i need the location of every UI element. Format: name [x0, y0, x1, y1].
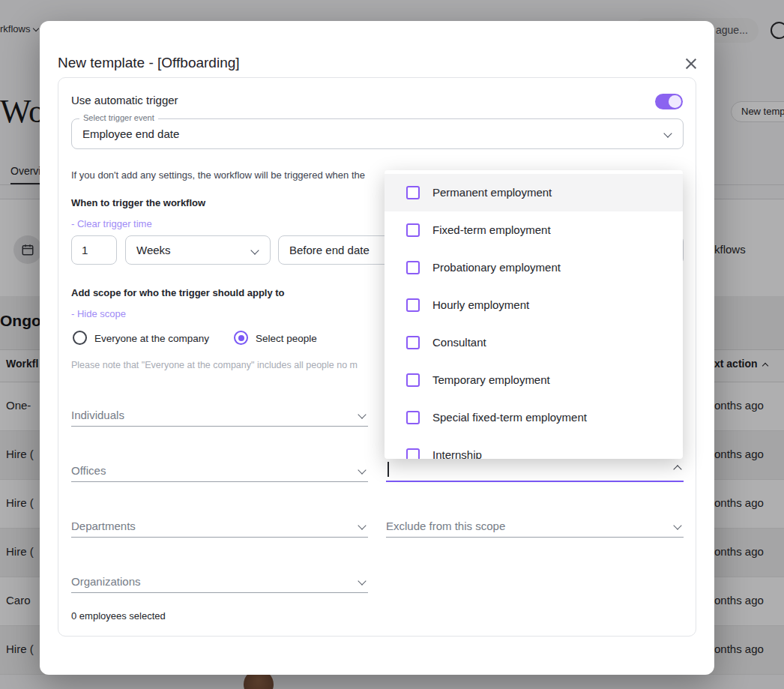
when-to-trigger-heading: When to trigger the workflow — [71, 197, 205, 208]
dropdown-option-label: Consultant — [432, 336, 486, 349]
offices-select[interactable]: Offices — [71, 457, 368, 482]
everyone-radio-label: Everyone at the company — [94, 333, 209, 344]
clear-trigger-time-link[interactable]: - Clear trigger time — [71, 218, 152, 229]
select-people-radio-label: Select people — [256, 333, 317, 344]
dropdown-option[interactable]: Fixed-term employment — [385, 211, 683, 249]
individuals-placeholder: Individuals — [71, 409, 124, 421]
employees-selected-count: 0 employees selected — [71, 610, 166, 622]
trigger-direction-value: Before end date — [289, 236, 370, 264]
toggle-knob — [669, 95, 681, 108]
checkbox-icon[interactable] — [406, 336, 420, 349]
individuals-select[interactable]: Individuals — [71, 402, 368, 427]
dropdown-option-label: Temporary employment — [432, 373, 550, 386]
chevron-down-icon — [358, 410, 366, 418]
dropdown-option-label: Permanent employment — [432, 186, 552, 199]
dropdown-option-label: Probationary employment — [432, 261, 561, 274]
dropdown-option-label: Internship — [432, 448, 482, 459]
dropdown-option[interactable]: Internship — [385, 436, 683, 459]
checkbox-icon[interactable] — [406, 298, 420, 312]
offices-placeholder: Offices — [71, 464, 106, 477]
app-screen: One- onths ago Hire ( onths ago Hire ( o… — [0, 0, 784, 689]
chevron-down-icon — [358, 521, 366, 529]
scope-heading: Add scope for who the trigger should app… — [71, 287, 285, 298]
departments-placeholder: Departments — [71, 520, 136, 532]
everyone-radio[interactable] — [73, 331, 87, 345]
exclude-scope-placeholder: Exclude from this scope — [386, 520, 505, 532]
chevron-down-icon — [250, 246, 259, 254]
chevron-up-icon — [673, 465, 681, 473]
trigger-unit-select[interactable]: Weeks — [125, 235, 271, 265]
select-people-radio[interactable] — [234, 331, 248, 345]
trigger-event-select[interactable]: Select trigger event Employee end date — [71, 118, 684, 149]
chevron-down-icon — [663, 129, 672, 137]
dropdown-option[interactable]: Special fixed-term employment — [385, 399, 683, 436]
checkbox-icon[interactable] — [406, 411, 420, 424]
organizations-placeholder: Organizations — [71, 575, 141, 588]
dropdown-option[interactable]: Permanent employment — [385, 174, 683, 211]
scope-note: Please note that "Everyone at the compan… — [71, 360, 358, 370]
dropdown-option[interactable]: Hourly employment — [385, 286, 683, 324]
hide-scope-link[interactable]: - Hide scope — [71, 308, 126, 319]
chevron-down-icon — [358, 577, 366, 585]
close-button[interactable] — [682, 55, 700, 73]
modal-title: New template - [Offboarding] — [58, 55, 240, 71]
trigger-unit-value: Weeks — [136, 236, 171, 264]
dropdown-option[interactable]: Temporary employment — [385, 361, 683, 399]
exclude-scope-select[interactable]: Exclude from this scope — [386, 513, 684, 538]
checkbox-icon[interactable] — [406, 448, 420, 459]
chevron-down-icon — [358, 466, 366, 474]
trigger-event-value: Employee end date — [82, 119, 179, 148]
trigger-info-text: If you don't add any settings, the workf… — [71, 169, 365, 181]
organizations-select[interactable]: Organizations — [71, 568, 368, 593]
checkbox-icon[interactable] — [406, 186, 420, 199]
employment-type-dropdown: Permanent employment Fixed-term employme… — [385, 170, 683, 459]
dropdown-option[interactable]: Probationary employment — [385, 249, 683, 286]
close-icon — [684, 57, 698, 70]
automatic-trigger-label: Use automatic trigger — [71, 94, 178, 106]
dropdown-option-label: Hourly employment — [432, 298, 529, 311]
dropdown-option-label: Fixed-term employment — [432, 223, 551, 236]
automatic-trigger-toggle[interactable] — [655, 94, 683, 109]
chevron-down-icon — [673, 521, 681, 529]
checkbox-icon[interactable] — [406, 373, 420, 387]
trigger-amount-input[interactable] — [71, 235, 117, 265]
dropdown-option[interactable]: Consultant — [385, 324, 683, 361]
employment-type-combobox[interactable] — [386, 457, 684, 482]
checkbox-icon[interactable] — [406, 261, 420, 274]
dropdown-option-label: Special fixed-term employment — [432, 411, 587, 424]
text-cursor — [388, 462, 389, 477]
checkbox-icon[interactable] — [406, 223, 420, 237]
departments-select[interactable]: Departments — [71, 513, 368, 538]
